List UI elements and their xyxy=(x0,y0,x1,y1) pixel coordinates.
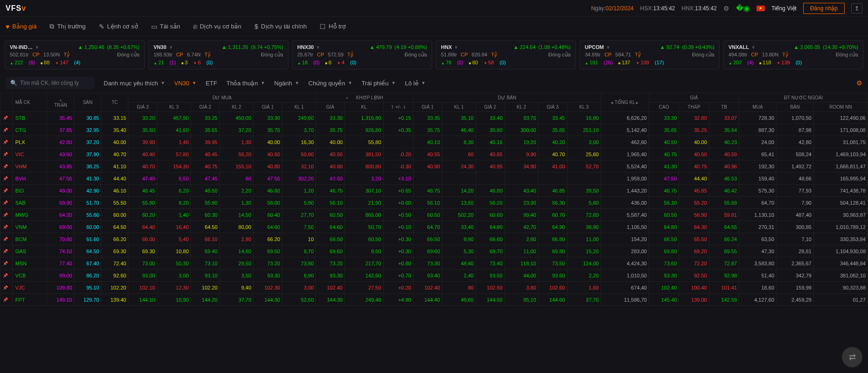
language-label[interactable]: Tiếng Việt xyxy=(771,5,797,12)
filter-etf[interactable]: ETF xyxy=(206,80,217,87)
pin-icon[interactable]: 📌 xyxy=(0,221,13,233)
col-ak2[interactable]: KL 2 xyxy=(504,103,538,112)
filter-chung-quyen[interactable]: Chứng quyền▼ xyxy=(308,80,352,87)
index-card[interactable]: UPCOM∨▲ 92.74 (0.39 +0.43%) 34.89trCP584… xyxy=(580,40,720,69)
col-ban[interactable]: BÁN xyxy=(777,103,814,112)
table-row[interactable]: 📌BID49.3042.9046.1046.456,2046.502,2046.… xyxy=(0,185,868,197)
filter-nganh[interactable]: Ngành▼ xyxy=(274,80,299,87)
table-row[interactable]: 📌CTG37.8532.9535.4035.6041,6035.6537,203… xyxy=(0,124,868,136)
filter-lo-le[interactable]: Lô lẻ▼ xyxy=(405,80,426,87)
down-count: 6 xyxy=(193,60,201,65)
cell: 1,105,50 xyxy=(601,221,649,233)
col-cao[interactable]: CAO xyxy=(649,103,679,112)
cell: 55,80 xyxy=(345,136,383,148)
col-k2[interactable]: KL 2 xyxy=(220,103,253,112)
table-row[interactable]: 📌VJC109.3095.10102.20102.1012,30102.209,… xyxy=(0,282,868,294)
col-room[interactable]: ROOM NN xyxy=(813,103,868,112)
settings-icon[interactable]: ⚙ xyxy=(723,5,729,12)
nav-thi-truong[interactable]: ⧉Thị trường xyxy=(49,22,85,30)
col-pm[interactable]: ↿ +/- ⇂ xyxy=(383,103,413,112)
login-button[interactable]: Đăng nhập xyxy=(803,3,845,14)
cell: MWG xyxy=(12,209,47,221)
cell: 1,965,40 xyxy=(601,148,649,160)
pin-icon[interactable]: 📌 xyxy=(0,245,13,257)
cell: 50,30 xyxy=(157,257,191,269)
pin-icon[interactable]: 📌 xyxy=(0,173,13,185)
col-k3[interactable]: KL 3 xyxy=(157,103,191,112)
pin-icon[interactable]: 📌 xyxy=(0,197,13,209)
col-tong-kl[interactable]: ◂ TỔNG KL ▸ xyxy=(601,93,649,112)
col-k1[interactable]: KL 1 xyxy=(282,103,316,112)
table-row[interactable]: 📌STB35.4530.8533.1533.20457,9033.25450,0… xyxy=(0,112,868,124)
col-thap[interactable]: THẤP xyxy=(679,103,709,112)
ty-label: Tỷ xyxy=(63,52,70,58)
table-row[interactable]: 📌BVH47.5041.3044.4047.406,5047.458047.50… xyxy=(0,173,868,185)
nav-tai-san[interactable]: ▭Tài sản xyxy=(151,23,180,30)
pin-icon[interactable]: 📌 xyxy=(0,233,13,245)
cell: 73.60 xyxy=(649,257,679,269)
col-ag2[interactable]: GIÁ 2 xyxy=(476,103,504,112)
table-row[interactable]: 📌VHM43.9538.2541.1040.70154,3040.75155,1… xyxy=(0,160,868,173)
table-row[interactable]: 📌GAS74.1064.5069.3069.3010,8069.4014,806… xyxy=(0,245,868,257)
table-row[interactable]: 📌MWG64.2055.8060.0060.201,4060.3014,5060… xyxy=(0,209,868,221)
pin-icon[interactable]: 📌 xyxy=(0,185,13,197)
col-tb[interactable]: TB xyxy=(709,103,739,112)
col-ma-ck[interactable]: MÃ CK xyxy=(12,93,47,112)
col-ak3[interactable]: KL 3 xyxy=(567,103,601,112)
col-kgia[interactable]: GIÁ xyxy=(316,103,345,112)
pin-icon[interactable]: 📌 xyxy=(0,257,13,269)
column-settings-icon[interactable]: ⚙ xyxy=(856,79,862,87)
index-card[interactable]: HNX∨▲ 224.64 (1.08 +0.48%) 51.88trCP820.… xyxy=(436,40,576,69)
table-row[interactable]: 📌BCM70.8061.6066.2066.005,4066.102,9066.… xyxy=(0,233,868,245)
table-row[interactable]: 📌PLX42.8037.2040.0039.901,4039.951,3040.… xyxy=(0,136,868,148)
col-ak1[interactable]: KL 1 xyxy=(442,103,476,112)
pin-icon[interactable]: 📌 xyxy=(0,282,13,294)
pin-icon[interactable]: 📌 xyxy=(0,160,13,173)
pin-icon[interactable]: 📌 xyxy=(0,294,13,306)
pin-icon[interactable]: 📌 xyxy=(0,136,13,148)
index-card[interactable]: VNXALL∨▲ 2,065.05 (14.30 +0.70%) 494.08t… xyxy=(723,40,863,69)
cell: 47.50 xyxy=(47,173,74,185)
table-row[interactable]: 📌FPT149.10129.70139.40144.1010,90144.203… xyxy=(0,294,868,306)
expand-button[interactable]: ↥ xyxy=(851,3,862,14)
pin-icon[interactable]: 📌 xyxy=(0,209,13,221)
pin-icon[interactable]: 📌 xyxy=(0,269,13,282)
pin-icon[interactable]: 📌 xyxy=(0,148,13,160)
search-input[interactable] xyxy=(20,80,90,86)
index-card[interactable]: VN30∨▲ 1,311.26 (9.74 +0.75%) 188.93trCP… xyxy=(148,40,288,69)
index-card[interactable]: HNX30∨▲ 479.79 (4.19 +0.88%) 25.67trCP57… xyxy=(292,40,432,69)
nav-dich-vu-tai-chinh[interactable]: $Dịch vụ tài chính xyxy=(254,23,307,30)
nav-lenh-co-so[interactable]: ✎Lệnh cơ sở xyxy=(99,23,138,30)
cell: 60.40 xyxy=(253,209,282,221)
col-g1[interactable]: GIÁ 1 xyxy=(253,103,282,112)
col-tc[interactable]: TC xyxy=(101,93,128,112)
index-card[interactable]: VN-IND…∨▲ 1,250.46 (8.35 +0.67%) 502.81t… xyxy=(5,40,145,69)
pin-icon[interactable]: 📌 xyxy=(0,112,13,124)
filter-trai-phieu[interactable]: Trái phiếu▼ xyxy=(362,80,396,87)
nav-bang-gia[interactable]: ♥Bảng giá xyxy=(6,23,36,30)
table-row[interactable]: 📌SAB59.3051.7055.5055.808,2055.901,3056.… xyxy=(0,197,868,209)
col-mua[interactable]: MUA xyxy=(739,103,777,112)
col-kl[interactable]: KL xyxy=(345,103,383,112)
logo[interactable]: VFSv xyxy=(6,4,26,13)
col-ag3[interactable]: GIÁ 3 xyxy=(538,103,567,112)
nav-dich-vu-co-ban[interactable]: ⎚Dịch vụ cơ bản xyxy=(193,23,241,30)
flag-icon: ★ xyxy=(756,6,765,11)
nav-ho-tro[interactable]: ☐Hỗ trợ xyxy=(320,23,346,30)
col-ag1[interactable]: GIÁ 1 xyxy=(413,103,442,112)
table-row[interactable]: 📌VIC43.5037.9040.7040.4057,8040.4556,204… xyxy=(0,148,868,160)
col-tran[interactable]: ▾TRẦN xyxy=(47,93,74,112)
cell: 144.30 xyxy=(253,294,282,306)
table-row[interactable]: 📌VCB99.0086.2092.6093.003,0093.103,5093.… xyxy=(0,269,868,282)
filter-vn30[interactable]: VN30▼ xyxy=(174,80,196,87)
search-box[interactable]: 🔍 xyxy=(6,77,94,89)
col-g3[interactable]: GIÁ 3 xyxy=(128,103,157,112)
cell: 33.30 xyxy=(316,112,345,124)
filter-fav[interactable]: Danh mục yêu thích▼ xyxy=(104,80,165,87)
pin-icon[interactable]: 📌 xyxy=(0,124,13,136)
col-san[interactable]: SÀN xyxy=(74,93,101,112)
table-row[interactable]: 📌VNM69.0060.0064.5064.4016,4064.5080,006… xyxy=(0,221,868,233)
filter-thoa-thuan[interactable]: Thỏa thuận▼ xyxy=(226,80,265,87)
col-g2[interactable]: GIÁ 2 xyxy=(191,103,220,112)
table-row[interactable]: 📌MSN77.4067.4072.4073.0050,3073.1029,507… xyxy=(0,257,868,269)
